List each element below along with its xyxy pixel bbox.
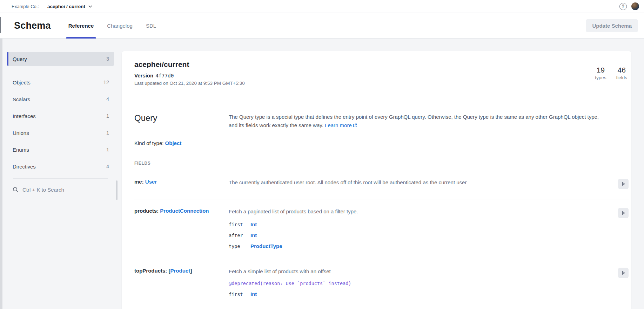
graph-selector-label: acephei / current [47,4,85,9]
tab-bar: Reference Changelog SDL [68,13,156,39]
app-root: Example Co.: acephei / current ? Schema … [0,0,644,309]
sidebar-item-enums[interactable]: Enums 1 [7,141,114,158]
type-section-query: Query The Query type is a special type t… [122,100,631,307]
stat-value: 19 [595,66,606,74]
kind-value-link[interactable]: Object [165,140,182,146]
stat-label: types [595,75,606,80]
sidebar-item-query[interactable]: Query 3 [7,52,114,66]
arg-name: type [229,243,250,249]
arg-type-link[interactable]: Int [250,291,257,297]
field-name: products: ProductConnection [134,208,229,249]
sidebar-divider [13,178,108,179]
type-header: Query The Query type is a special type t… [134,113,629,130]
field-name: me: User [134,179,229,189]
run-query-button[interactable] [618,268,629,278]
chevron-down-icon [88,5,92,8]
run-query-button[interactable] [618,208,629,218]
graph-title: acephei/current [134,60,245,69]
field-body: Fetch a simple list of products with an … [229,268,618,297]
sidebar-divider [13,71,108,71]
card-header: acephei/current Version4f77d0 Last updat… [122,51,631,100]
window-scrollbar-thumb[interactable] [0,17,1,33]
field-name: topProducts: [Product] [134,268,229,297]
schema-stats: 19 types 46 fields [595,60,627,80]
field-description: Fetch a paginated list of products based… [229,208,586,216]
external-link-icon [353,123,357,128]
sidebar-item-label: Query [13,56,27,62]
item-count: 4 [106,164,109,169]
tab-reference[interactable]: Reference [68,13,94,39]
item-count: 1 [106,130,109,136]
window-scrollbar-track [0,39,2,309]
graph-selector[interactable]: acephei / current [47,4,92,9]
item-count: 12 [103,80,109,85]
play-icon [621,270,626,275]
item-count: 1 [106,113,109,119]
deprecated-annotation: @deprecated(reason: Use `products` inste… [229,281,586,286]
field-type-link[interactable]: Product [170,268,190,274]
arg-type-link[interactable]: ProductType [250,243,282,249]
field-row-products: products: ProductConnection Fetch a pagi… [134,199,629,259]
field-body: The currently authenticated user root. A… [229,179,618,189]
search-shortcut[interactable]: Ctrl + K to Search [7,181,114,198]
item-count: 4 [106,96,109,102]
sidebar-item-label: Objects [13,80,31,85]
org-label: Example Co.: [12,4,39,9]
learn-more-link[interactable]: Learn more [325,122,357,128]
search-hint-label: Ctrl + K to Search [22,187,64,193]
page-title: Schema [14,20,51,31]
arg-type-link[interactable]: Int [250,221,257,227]
tab-changelog[interactable]: Changelog [107,13,133,39]
sidebar-item-directives[interactable]: Directives 4 [7,158,114,175]
sidebar-item-label: Enums [13,147,29,153]
page-header: Schema Reference Changelog SDL Update Sc… [0,13,644,39]
sidebar-item-objects[interactable]: Objects 12 [7,74,114,91]
kind-label: Kind of type: [134,140,163,146]
item-count: 1 [106,147,109,152]
arg-row: after Int [229,232,586,238]
item-count: 3 [106,56,109,62]
play-icon [621,211,626,215]
run-query-button[interactable] [618,179,629,189]
field-body: Fetch a paginated list of products based… [229,208,618,249]
stat-types: 19 types [595,66,606,80]
kind-of-type: Kind of type: Object [134,140,629,146]
stat-value: 46 [616,66,627,74]
version-line: Version4f77d0 [134,73,245,78]
sidebar-scrollbar-thumb[interactable] [116,180,118,200]
argument-list: first Int after Int type ProductType [229,221,586,249]
stat-fields: 46 fields [616,66,627,80]
stat-label: fields [616,75,627,80]
help-button[interactable]: ? [619,3,627,10]
user-avatar[interactable] [631,2,639,10]
update-schema-button[interactable]: Update Schema [586,19,638,32]
field-row-me: me: User The currently authenticated use… [134,170,629,199]
arg-name: first [229,222,250,227]
sidebar-item-scalars[interactable]: Scalars 4 [7,91,114,108]
schema-card: acephei/current Version4f77d0 Last updat… [122,51,631,309]
top-bar-right: ? [619,2,639,10]
argument-list: first Int [229,291,586,297]
field-description: The currently authenticated user root. A… [229,179,586,187]
arg-row: type ProductType [229,243,586,249]
arg-type-link[interactable]: Int [250,232,257,238]
play-icon [621,181,626,186]
field-description: Fetch a simple list of products with an … [229,268,586,276]
last-updated: Last updated on Oct 21, 2020 at 9:53 PM … [134,81,245,86]
question-icon: ? [622,4,624,9]
schema-sidebar: Query 3 Objects 12 Scalars 4 Interfaces … [0,39,119,309]
field-row-topproducts: topProducts: [Product] Fetch a simple li… [134,259,629,308]
version-label: Version [134,73,153,78]
tab-sdl[interactable]: SDL [146,13,156,39]
sidebar-item-label: Interfaces [13,113,36,119]
sidebar-item-interfaces[interactable]: Interfaces 1 [7,108,114,124]
field-type-link[interactable]: ProductConnection [160,208,209,214]
page-body: Query 3 Objects 12 Scalars 4 Interfaces … [0,39,644,309]
version-value: 4f77d0 [155,73,174,78]
arg-row: first Int [229,221,586,227]
field-type-link[interactable]: User [145,179,157,185]
search-icon [13,187,19,193]
fields-section-label: FIELDS [134,161,629,166]
sidebar-item-unions[interactable]: Unions 1 [7,124,114,141]
sidebar-item-label: Scalars [13,96,30,102]
